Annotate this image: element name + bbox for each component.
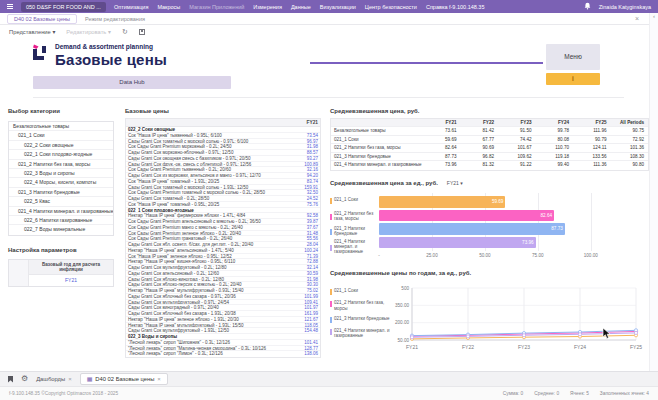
right-scroll-rail[interactable]: ‹ (649, 13, 658, 371)
prices-row[interactable]: "Лесной лекарь" сироп "Лимон" - 0.3L; 12… (126, 351, 320, 357)
legend-item[interactable]: 021_4 Напитки минерал. и газированные (330, 328, 390, 338)
legend-marker (330, 317, 332, 323)
mouse-cursor (602, 326, 611, 344)
close-icon[interactable]: × (635, 15, 639, 22)
line-chart-legend: 021_1 Соки021_2 Напитки без газа, морсы0… (330, 282, 390, 370)
category-item[interactable]: 021_3 Напитки брендовые (9, 188, 113, 197)
avg-price-table: FY21FY22FY23FY24FY25All PeriodsБезалкого… (330, 118, 649, 171)
svg-text:200.00: 200.00 (395, 321, 409, 326)
legend-item[interactable]: 021_3 Напитки брендовые (330, 316, 390, 323)
line-chart-svg: 500350.00200.0050.00FY21FY22FY23FY24FY25 (390, 282, 646, 366)
topbar-menu-item[interactable]: Данные (291, 4, 311, 10)
bookmark-icon[interactable] (8, 376, 13, 383)
category-item[interactable]: 021_2 Напитки без газа, морсы (9, 160, 113, 169)
base-year-header: Базовый год для расчета инфляции (29, 260, 113, 275)
avg-table-header-row: FY21FY22FY23FY24FY25All Periods (331, 119, 648, 127)
avg-table-row[interactable]: 021_3 Напитки брендовые87.7396.82109.621… (331, 153, 648, 162)
save-icon[interactable] (139, 29, 145, 35)
legend-item[interactable]: 021_2 Напитки без газа, морсы (330, 300, 390, 310)
menu-button[interactable]: Меню (546, 44, 600, 70)
data-point[interactable] (522, 334, 525, 337)
brand-logo-icon (30, 43, 50, 67)
category-item[interactable]: 022_1 Соки плодово-ягодные (9, 150, 113, 159)
base-prices-panel: Базовые цены FY21 022_2 Соки овощныеСок … (125, 108, 321, 358)
gridline (538, 193, 539, 251)
topbar-menu-item[interactable]: Справка f-9.100.148.35 (426, 4, 485, 10)
edit-mode-label: Режим редактирования (85, 16, 145, 22)
tab-base-prices[interactable]: ▦ D40 02 Базовые цены × (80, 373, 168, 385)
tab-dashboards[interactable]: Дашборды × (36, 376, 72, 382)
stat-item: Заполненных ячеек: 4 (600, 391, 649, 396)
topbar-menu-item[interactable]: Центр безопасности (365, 4, 417, 10)
category-item[interactable]: 022_4 Морсы, кисели, компоты (9, 178, 113, 187)
period-selector[interactable]: FY21 ▾ (447, 180, 463, 186)
selection-stats: Сумма: 0Среднее: 0Ячеек: 5Заполненных яч… (503, 391, 649, 396)
data-point[interactable] (466, 335, 469, 338)
bar-category-label: 021_4 Напитки минерал. и газированные (330, 240, 379, 256)
category-item[interactable]: 022_3 Воды и сиропы (9, 169, 113, 178)
data-point[interactable] (634, 332, 637, 335)
topbar-menu-item[interactable]: Измерения (253, 4, 282, 10)
base-year-table: Базовый год для расчета инфляции FY21 (8, 259, 114, 287)
avg-table-row[interactable]: 021_2 Напитки без газа, морсы82.6490.691… (331, 144, 648, 153)
category-item[interactable]: 022_5 Квас (9, 197, 113, 206)
view-dropdown[interactable]: Представление ▾ (9, 29, 55, 35)
edit-dropdown[interactable]: Редактировать ▾ (66, 29, 111, 35)
prices-rows: 022_2 Соки овощныеСок "Наша IP цена" тык… (126, 127, 320, 357)
bar[interactable]: 87.73 (379, 223, 565, 235)
fy21-column-header: FY21 (288, 119, 320, 126)
legend-marker (330, 214, 332, 220)
x-tick-label: 100.00 (584, 253, 598, 258)
legend-item[interactable]: 021_1 Соки (330, 288, 390, 295)
header-divider (33, 97, 624, 98)
collapse-chevron-icon[interactable]: ‹ (653, 13, 655, 19)
top-navigation-bar: 050 D&SF FOR FOOD AND ... ОптимизацияМак… (0, 0, 658, 13)
legend-marker (330, 329, 332, 335)
category-item[interactable]: Безалкогольные товары (9, 122, 113, 131)
gear-icon[interactable]: ⚙ (21, 375, 28, 383)
app-tab[interactable]: 050 D&SF FOR FOOD AND ... (21, 2, 106, 12)
category-item[interactable]: 021_4 Напитки минерал. и газированные (9, 207, 113, 216)
x-tick-label: 75.00 (532, 253, 544, 258)
app-subtitle: Demand & assortment planning (55, 43, 167, 50)
topbar-menu-item[interactable]: Макросы (157, 4, 180, 10)
avg-table-row[interactable]: 021_1 Соки59.6967.7774.4280.0890.7972.92 (331, 136, 648, 145)
category-item[interactable]: 022_7 Воды минеральные (9, 225, 113, 234)
topbar-menu-item[interactable]: Магазин Приложений (189, 4, 244, 10)
refresh-icon[interactable]: ↻ (122, 28, 128, 36)
line-chart-title: Средневзвешенные цены по годам, за ед., … (330, 270, 649, 276)
topbar-menu-item[interactable]: Визуализации (320, 4, 356, 10)
bar[interactable]: 59.69 (379, 196, 505, 208)
category-item[interactable]: 022_2 Соки овощные (9, 141, 113, 150)
view-toolbar: Представление ▾ Редактировать ▾ ↻ (0, 25, 658, 38)
bar-category-label: 021_2 Напитки без газа, морсы (330, 209, 379, 225)
tab-close-icon[interactable]: × (157, 376, 161, 382)
copyright-text: f-9.100.148.35 ©Copyright Optimacros 201… (9, 391, 118, 396)
bar-chart-title: Средневзвешенная цена за ед., руб. (330, 180, 438, 186)
avg-table-row[interactable]: 021_4 Напитки минерал. и газированные73.… (331, 161, 648, 170)
stat-item: Сумма: 0 (503, 391, 523, 396)
bar[interactable]: 82.64 (379, 210, 554, 222)
data-point[interactable] (410, 336, 413, 339)
page-header: Demand & assortment planning Базовые цен… (55, 43, 167, 68)
doc-tab-active[interactable]: D40 02 Базовые цены (7, 14, 77, 24)
avg-table-row[interactable]: Безалкогольные товары73.6181.4291.5099.7… (331, 127, 648, 136)
topbar-menu-item[interactable]: Оптимизация (114, 4, 148, 10)
bar[interactable]: 73.96 (379, 237, 536, 249)
info-button[interactable]: i (546, 73, 600, 85)
svg-text:FY25: FY25 (630, 344, 642, 350)
gridline (591, 193, 592, 251)
bell-icon[interactable] (584, 2, 591, 11)
base-prices-table: FY21 022_2 Соки овощныеСок "Наша IP цена… (125, 118, 321, 358)
category-item[interactable]: 022_6 Напитки газированные (9, 216, 113, 225)
legend-marker (330, 245, 332, 251)
tab-close-icon[interactable]: × (68, 376, 72, 382)
base-year-value[interactable]: FY21 (29, 275, 113, 286)
category-heading: Выбор категории (8, 108, 114, 114)
data-hub-button[interactable]: Data Hub (33, 76, 231, 89)
data-point[interactable] (578, 333, 581, 336)
category-item[interactable]: 021_1 Соки (9, 131, 113, 140)
x-tick-label: 25.00 (426, 253, 438, 258)
user-name[interactable]: Zinaida Katyginskaya (599, 4, 651, 10)
hamburger-menu-icon[interactable] (7, 4, 13, 9)
